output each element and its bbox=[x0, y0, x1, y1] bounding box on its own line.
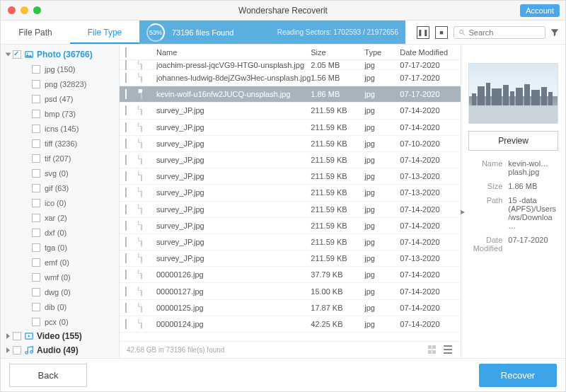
category-checkbox[interactable] bbox=[13, 346, 21, 354]
sub-checkbox[interactable] bbox=[32, 214, 40, 222]
row-checkbox[interactable] bbox=[125, 188, 127, 197]
sidebar-sub-item[interactable]: gif (63) bbox=[1, 180, 119, 195]
sub-checkbox[interactable] bbox=[32, 184, 40, 192]
sidebar-category[interactable]: Audio (49) bbox=[1, 343, 119, 357]
row-checkbox[interactable] bbox=[125, 287, 127, 296]
cell-date: 07-14-2020 bbox=[400, 156, 461, 164]
sub-checkbox[interactable] bbox=[32, 318, 40, 326]
sub-checkbox[interactable] bbox=[32, 288, 40, 296]
sidebar-sub-item[interactable]: wmf (0) bbox=[1, 270, 119, 284]
row-checkbox[interactable] bbox=[125, 89, 127, 99]
table-row[interactable]: johannes-ludwig-8dejZGw3Hec-unsplash.jpg… bbox=[120, 70, 461, 86]
sub-checkbox[interactable] bbox=[32, 110, 40, 118]
category-checkbox[interactable] bbox=[13, 50, 21, 59]
col-date[interactable]: Date Modified bbox=[400, 48, 461, 57]
select-all-checkbox[interactable] bbox=[125, 47, 127, 57]
sub-checkbox[interactable] bbox=[32, 303, 40, 311]
table-row[interactable]: survey_JP.jpg 211.59 KB jpg 07-14-2020 bbox=[120, 202, 461, 218]
sub-checkbox[interactable] bbox=[32, 154, 40, 163]
row-checkbox[interactable] bbox=[125, 303, 127, 313]
account-button[interactable]: Account bbox=[520, 4, 560, 17]
sidebar-sub-item[interactable]: bmp (73) bbox=[1, 106, 119, 121]
sidebar-sub-item[interactable]: xar (2) bbox=[1, 210, 119, 225]
sidebar-sub-item[interactable]: tiff (3236) bbox=[1, 136, 119, 151]
sub-checkbox[interactable] bbox=[32, 169, 40, 178]
table-row[interactable]: survey_JP.jpg 211.59 KB jpg 07-14-2020 bbox=[120, 152, 461, 168]
sub-checkbox[interactable] bbox=[32, 139, 40, 148]
tab-file-path[interactable]: File Path bbox=[1, 21, 70, 44]
sidebar-category[interactable]: Video (155) bbox=[1, 329, 119, 343]
preview-button[interactable]: Preview bbox=[468, 131, 558, 151]
row-checkbox[interactable] bbox=[125, 270, 127, 279]
table-row[interactable]: 00000127.jpg 15.00 KB jpg 07-14-2020 bbox=[120, 283, 461, 299]
sub-checkbox[interactable] bbox=[32, 273, 40, 282]
grid-view-icon[interactable] bbox=[428, 345, 438, 355]
sub-checkbox[interactable] bbox=[32, 258, 40, 267]
table-row[interactable]: joachim-pressl-jqcVG9-HTG0-unsplash.jpg … bbox=[120, 60, 461, 70]
maximize-icon[interactable] bbox=[33, 6, 41, 14]
sidebar-sub-item[interactable]: dwg (0) bbox=[1, 284, 119, 299]
sidebar-sub-item[interactable]: ico (0) bbox=[1, 195, 119, 210]
expand-details-handle[interactable] bbox=[461, 202, 465, 223]
sidebar-sub-item[interactable]: icns (145) bbox=[1, 121, 119, 136]
sub-checkbox[interactable] bbox=[32, 65, 40, 74]
tab-file-type[interactable]: File Type bbox=[70, 21, 139, 44]
col-type[interactable]: Type bbox=[364, 48, 400, 57]
sidebar-sub-item[interactable]: png (32823) bbox=[1, 76, 119, 91]
table-row[interactable]: kevin-wolf-u16nfw2JUCQ-unsplash.jpg 1.86… bbox=[120, 86, 461, 103]
close-icon[interactable] bbox=[8, 6, 16, 14]
col-size[interactable]: Size bbox=[311, 48, 364, 57]
row-checkbox[interactable] bbox=[125, 105, 127, 115]
table-row[interactable]: survey_JP.jpg 211.59 KB jpg 07-14-2020 bbox=[120, 218, 461, 234]
sidebar-sub-item[interactable]: pcx (0) bbox=[1, 314, 119, 329]
sidebar-sub-item[interactable]: jpg (150) bbox=[1, 62, 119, 76]
stop-button[interactable]: ■ bbox=[435, 26, 448, 39]
table-row[interactable]: survey_JP.jpg 211.59 KB jpg 07-10-2020 bbox=[120, 136, 461, 152]
sidebar-category[interactable]: Photo (36766) bbox=[1, 47, 119, 62]
category-checkbox[interactable] bbox=[13, 332, 21, 340]
sidebar-sub-item[interactable]: dib (0) bbox=[1, 299, 119, 314]
row-checkbox[interactable] bbox=[125, 237, 127, 247]
col-name[interactable]: Name bbox=[156, 48, 311, 57]
row-checkbox[interactable] bbox=[125, 60, 127, 70]
search-input[interactable] bbox=[469, 28, 541, 37]
sidebar-sub-item[interactable]: psd (47) bbox=[1, 91, 119, 106]
row-checkbox[interactable] bbox=[125, 204, 127, 214]
sub-checkbox[interactable] bbox=[32, 95, 40, 103]
row-checkbox[interactable] bbox=[125, 221, 127, 231]
table-row[interactable]: survey_JP.jpg 211.59 KB jpg 07-14-2020 bbox=[120, 234, 461, 250]
row-checkbox[interactable] bbox=[125, 253, 127, 263]
sidebar-sub-item[interactable]: emf (0) bbox=[1, 255, 119, 270]
table-row[interactable]: survey_JP.jpg 211.59 KB jpg 07-14-2020 bbox=[120, 120, 461, 136]
row-checkbox[interactable] bbox=[125, 139, 127, 149]
table-row[interactable]: 00000125.jpg 17.87 KB jpg 07-14-2020 bbox=[120, 300, 461, 316]
search-box[interactable] bbox=[454, 26, 545, 39]
sidebar-sub-item[interactable]: tga (0) bbox=[1, 240, 119, 255]
sub-checkbox[interactable] bbox=[32, 80, 40, 88]
sub-checkbox[interactable] bbox=[32, 125, 40, 133]
sub-checkbox[interactable] bbox=[32, 199, 40, 207]
recover-button[interactable]: Recover bbox=[479, 364, 557, 387]
row-checkbox[interactable] bbox=[125, 319, 127, 329]
table-row[interactable]: survey_JP.jpg 211.59 KB jpg 07-13-2020 bbox=[120, 250, 461, 267]
sub-checkbox[interactable] bbox=[32, 243, 40, 252]
table-row[interactable]: survey_JP.jpg 211.59 KB jpg 07-14-2020 bbox=[120, 103, 461, 119]
table-row[interactable]: survey_JP.jpg 211.59 KB jpg 07-13-2020 bbox=[120, 185, 461, 201]
row-checkbox[interactable] bbox=[125, 155, 127, 165]
table-row[interactable]: 00000126.jpg 37.79 KB jpg 07-14-2020 bbox=[120, 267, 461, 283]
sub-checkbox[interactable] bbox=[32, 229, 40, 237]
table-row[interactable]: 00000124.jpg 42.25 KB jpg 07-14-2020 bbox=[120, 316, 461, 333]
sidebar-sub-item[interactable]: svg (0) bbox=[1, 166, 119, 180]
row-checkbox[interactable] bbox=[125, 122, 127, 132]
back-button[interactable]: Back bbox=[9, 364, 87, 387]
sidebar-sub-item[interactable]: tif (207) bbox=[1, 151, 119, 166]
filter-icon[interactable] bbox=[550, 28, 560, 38]
minimize-icon[interactable] bbox=[21, 6, 28, 14]
pause-button[interactable]: ❚❚ bbox=[417, 26, 429, 39]
sidebar-sub-item[interactable]: dxf (0) bbox=[1, 225, 119, 240]
scan-progress: 53% 73196 files Found Reading Sectors: 1… bbox=[139, 21, 405, 44]
list-view-icon[interactable] bbox=[444, 345, 454, 355]
table-row[interactable]: survey_JP.jpg 211.59 KB jpg 07-13-2020 bbox=[120, 168, 461, 185]
row-checkbox[interactable] bbox=[125, 73, 127, 83]
row-checkbox[interactable] bbox=[125, 171, 127, 181]
